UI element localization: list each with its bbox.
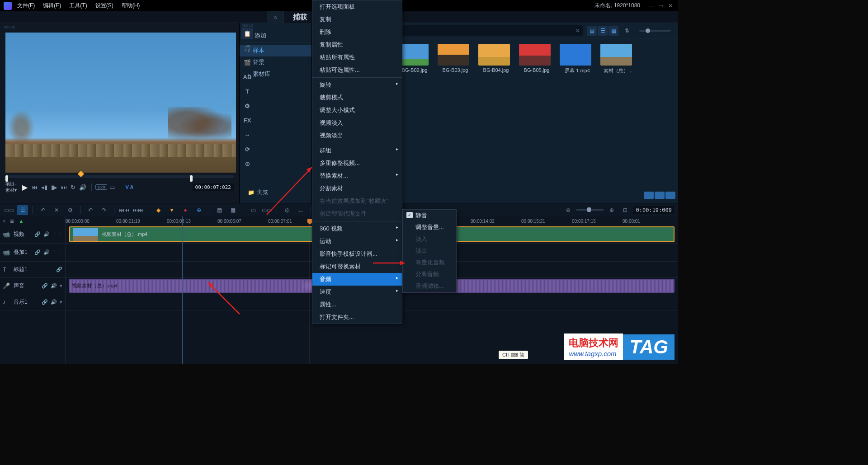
library-item[interactable]: BG-B03.jpg (438, 44, 473, 74)
context-item[interactable]: 影音快手模板设计器... (312, 248, 402, 260)
context-item[interactable]: 多重修整视频... (312, 157, 402, 169)
library-item[interactable]: ✓素材（总）... (600, 44, 636, 74)
audio-tab-icon[interactable]: 🎵 (241, 42, 253, 54)
add-track-icon[interactable]: ▲ (19, 218, 24, 224)
title-tab-icon[interactable]: T (241, 85, 253, 97)
video-tab-icon[interactable]: 🎬 (241, 56, 253, 68)
fx-tab-icon[interactable]: FX (241, 114, 253, 126)
library-item[interactable]: 屏幕 1.mp4 (560, 44, 595, 74)
goto-end-icon[interactable]: ⏭ (60, 184, 68, 191)
aspect-ratio-label[interactable]: 16:9 (95, 184, 107, 190)
ab-tab-icon[interactable]: AB (241, 71, 253, 83)
context-item[interactable]: 打开选项面板 (312, 0, 402, 13)
play-button[interactable]: ▶ (22, 183, 28, 192)
zoom-out-icon[interactable]: ⊖ (563, 205, 574, 215)
context-item[interactable]: 调整大小模式 (312, 104, 402, 117)
timeline-view-icon[interactable]: ☰ (17, 205, 28, 215)
out-handle-icon[interactable] (190, 175, 193, 182)
track-header[interactable]: T 标题1 🔗 (0, 262, 65, 278)
context-menu[interactable]: 打开选项面板复制删除复制属性粘贴所有属性粘贴可选属性...旋转裁剪模式调整大小模… (312, 0, 402, 324)
next-frame-icon[interactable]: ▮▸ (50, 184, 59, 191)
preview-viewport[interactable] (5, 33, 236, 173)
ime-indicator[interactable]: CH ⌨ 简 (499, 351, 528, 359)
menu-help[interactable]: 帮助(H) (122, 2, 140, 9)
in-handle-icon[interactable] (5, 175, 8, 182)
view-list-icon[interactable]: ☰ (598, 26, 608, 36)
track-ctrl-icon[interactable]: ⋮⋮ (52, 231, 62, 237)
volume-icon[interactable]: 🔊 (78, 184, 88, 191)
menu-settings[interactable]: 设置(S) (95, 2, 113, 9)
redo-icon[interactable]: ✕ (51, 205, 62, 215)
goto-start-tl-icon[interactable]: ⏮⏮ (119, 205, 130, 215)
next-edit-icon[interactable]: ↷ (99, 205, 109, 215)
track-ctrl-icon[interactable]: 🔗 (34, 249, 41, 255)
context-item[interactable]: 删除 (312, 26, 402, 38)
settings-tab-icon[interactable]: ⚙ (241, 100, 253, 112)
close-icon[interactable]: ✕ (668, 3, 675, 9)
track-ctrl-icon[interactable]: 🔗 (34, 231, 41, 237)
layout-b-icon[interactable] (655, 192, 665, 199)
va-toggle[interactable]: V A (126, 184, 134, 190)
marker-icon[interactable]: ◆ (153, 205, 164, 215)
layout-c-icon[interactable] (665, 192, 675, 199)
context-item[interactable]: 打开文件夹... (312, 311, 402, 324)
preview-scrubber[interactable] (5, 175, 234, 178)
tool-settings-icon[interactable]: ⚙ (65, 205, 75, 215)
timeline-zoom-slider[interactable] (576, 209, 604, 211)
track-ctrl-icon[interactable]: 🔊 (51, 299, 57, 305)
track-header[interactable]: ♪ 音乐1 🔗🔊▾ (0, 294, 65, 310)
tab-home[interactable]: ⌂ (267, 11, 284, 23)
prev-edit-icon[interactable]: ↶ (85, 205, 96, 215)
menu-edit[interactable]: 编辑(E) (43, 2, 61, 9)
context-item[interactable]: 分割素材 (312, 182, 402, 195)
tracks-toggle-icon[interactable]: ≣ (10, 218, 14, 224)
track-header[interactable]: 📹 视频 🔗🔊⋮⋮ (0, 225, 65, 244)
context-item[interactable]: 复制属性 (312, 38, 402, 51)
context-item[interactable]: 复制 (312, 13, 402, 26)
track-ctrl-icon[interactable]: 🔊 (43, 231, 50, 237)
tracks-menu-icon[interactable]: ≡ (3, 218, 5, 224)
context-item[interactable]: 粘贴所有属性 (312, 51, 402, 64)
context-item[interactable]: 属性... (312, 298, 402, 311)
context-item[interactable]: 视频淡出 (312, 129, 402, 142)
prev-frame-icon[interactable]: ◂▮ (40, 184, 49, 191)
preview-timecode[interactable]: 00:00:07:022 (193, 183, 234, 191)
thumbnail-zoom-slider[interactable] (639, 30, 671, 32)
track-ctrl-icon[interactable]: 🔊 (43, 249, 50, 255)
track-ctrl-icon[interactable]: ▾ (60, 299, 62, 305)
goto-start-icon[interactable]: ⏮ (30, 184, 39, 191)
fit-icon[interactable]: ⊡ (620, 205, 631, 215)
storyboard-view-icon[interactable]: ▭▭ (4, 205, 14, 215)
layout-a-icon[interactable] (644, 192, 654, 199)
snap-icon[interactable]: ⊕ (193, 205, 204, 215)
track-ctrl-icon[interactable]: 🔗 (42, 299, 48, 305)
context-item[interactable]: 群组 (312, 144, 402, 157)
context-item[interactable]: 旋转 (312, 79, 402, 91)
library-item[interactable]: BG-B04.jpg (478, 44, 514, 74)
view-grid-icon[interactable]: ▦ (609, 26, 618, 36)
context-item[interactable]: 粘贴可选属性... (312, 64, 402, 76)
menu-tools[interactable]: 工具(T) (69, 2, 87, 9)
tool-a-icon[interactable]: ▤ (214, 205, 225, 215)
audio-submenu[interactable]: 静音✓调整音量...淡入淡出等量化音频分离音频音频滤镜... (402, 209, 457, 292)
chapter-icon[interactable]: ▾ (166, 205, 177, 215)
submenu-item[interactable]: 静音✓ (403, 210, 456, 221)
track-header[interactable]: 📹 叠加1 🔗🔊⋮⋮ (0, 244, 65, 262)
context-item[interactable]: 速度 (312, 286, 402, 298)
submenu-item[interactable]: 调整音量... (403, 221, 456, 233)
track-ctrl-icon[interactable]: 🔊 (51, 283, 57, 289)
track-ctrl-icon[interactable]: 🔗 (56, 267, 62, 272)
tool-c-icon[interactable]: ▭ (248, 205, 259, 215)
crop-icon[interactable]: ▭ (108, 184, 116, 191)
transition-tab-icon[interactable]: ↔ (241, 129, 253, 141)
undo-icon[interactable]: ↶ (38, 205, 48, 215)
context-item[interactable]: 运动 (312, 235, 402, 248)
loop-icon[interactable]: ↻ (69, 184, 77, 191)
goto-end-tl-icon[interactable]: ⏭⏭ (132, 205, 143, 215)
panel-grip-icon[interactable]: ⠿⠿⠿⠿⠿ (2, 25, 237, 31)
menu-file[interactable]: 文件(F) (17, 2, 35, 9)
record-icon[interactable]: ● (180, 205, 191, 215)
context-item[interactable]: 视频淡入 (312, 117, 402, 129)
path-tab-icon[interactable]: ⟳ (241, 143, 253, 155)
track-ctrl-icon[interactable]: 🔗 (42, 283, 48, 289)
